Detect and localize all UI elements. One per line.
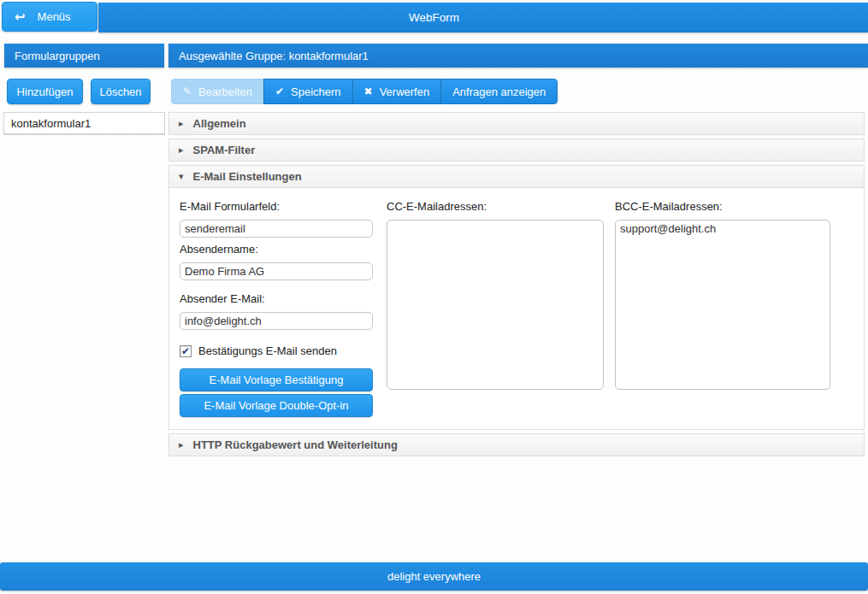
save-button[interactable]: ✔ Speichern xyxy=(263,79,353,104)
edit-button-label: Bearbeiten xyxy=(198,85,252,98)
header-bar xyxy=(98,3,868,32)
webform-app: ↩ Menüs WebForm Formulargruppen Ausgewäh… xyxy=(0,0,868,594)
selected-group-header: Ausgewählte Gruppe: kontakformular1 xyxy=(168,44,868,68)
footer-bar: delight everywhere xyxy=(0,562,868,591)
accordion-label: E-Mail Einstellungen xyxy=(193,170,302,183)
form-field-input[interactable] xyxy=(180,220,373,238)
formgroup-list-item[interactable]: kontakformular1 xyxy=(4,113,164,134)
accordion-label: HTTP Rückgabewert und Weiterleitung xyxy=(193,438,398,451)
cc-textarea[interactable] xyxy=(387,220,604,390)
back-arrow-icon: ↩ xyxy=(15,10,26,23)
chevron-right-icon: ▸ xyxy=(179,145,184,155)
confirmation-checkbox[interactable]: ✔ xyxy=(180,345,192,357)
cc-label: CC-E-Mailadressen: xyxy=(387,200,604,213)
accordion-header-http-rueckgabewert[interactable]: ▸ HTTP Rückgabewert und Weiterleitung xyxy=(168,433,865,456)
bcc-label: BCC-E-Mailadressen: xyxy=(615,200,830,213)
check-icon: ✔ xyxy=(275,86,284,97)
delete-button[interactable]: Löschen xyxy=(91,79,151,104)
toolbar: Hinzufügen Löschen ✎ Bearbeiten ✔ Speich… xyxy=(0,78,868,105)
accordion-label: SPAM-Filter xyxy=(193,144,256,156)
content-area: kontakformular1 ▸ Allgemein ▸ SPAM-Filte… xyxy=(0,112,868,456)
show-requests-button-label: Anfragen anzeigen xyxy=(452,85,546,98)
confirmation-checkbox-label: Bestätigungs E-Mail senden xyxy=(198,344,337,357)
form-field-label: E-Mail Formularfeld: xyxy=(180,200,373,213)
email-template-confirmation-button[interactable]: E-Mail Vorlage Bestätigung xyxy=(180,368,373,391)
x-icon: ✖ xyxy=(364,86,373,97)
sender-email-label: Absender E-Mail: xyxy=(180,292,373,305)
formgroups-panel-header: Formulargruppen xyxy=(4,44,164,68)
chevron-right-icon: ▸ xyxy=(179,440,184,450)
show-requests-button[interactable]: Anfragen anzeigen xyxy=(440,79,558,104)
discard-button-label: Verwerfen xyxy=(380,85,430,98)
pencil-icon: ✎ xyxy=(183,86,192,97)
email-settings-left-column: E-Mail Formularfeld: Absendername: Absen… xyxy=(180,195,373,417)
menus-button-label: Menüs xyxy=(38,10,71,23)
confirmation-checkbox-row: ✔ Bestätigungs E-Mail senden xyxy=(180,344,373,357)
accordion-label: Allgemein xyxy=(193,117,246,130)
add-button[interactable]: Hinzufügen xyxy=(7,79,83,104)
accordion-header-allgemein[interactable]: ▸ Allgemein xyxy=(168,112,865,135)
accordion: ▸ Allgemein ▸ SPAM-Filter ▾ E-Mail Einst… xyxy=(168,112,865,456)
formgroups-list: kontakformular1 xyxy=(3,112,165,135)
accordion-header-email-einstellungen[interactable]: ▾ E-Mail Einstellungen xyxy=(168,165,865,188)
save-button-label: Speichern xyxy=(291,85,341,98)
sub-header: Formulargruppen Ausgewählte Gruppe: kont… xyxy=(0,44,868,68)
edit-button[interactable]: ✎ Bearbeiten xyxy=(171,79,264,104)
email-template-double-optin-button[interactable]: E-Mail Vorlage Double-Opt-in xyxy=(180,394,373,417)
edit-button-group: ✎ Bearbeiten ✔ Speichern ✖ Verwerfen Anf… xyxy=(171,79,558,104)
bcc-textarea[interactable]: support@delight.ch xyxy=(615,220,830,390)
accordion-header-spam-filter[interactable]: ▸ SPAM-Filter xyxy=(168,138,865,162)
email-settings-panel: E-Mail Formularfeld: Absendername: Absen… xyxy=(168,188,865,430)
discard-button[interactable]: ✖ Verwerfen xyxy=(352,79,442,104)
menus-button[interactable]: ↩ Menüs xyxy=(2,2,97,32)
top-bar: ↩ Menüs WebForm xyxy=(0,0,868,34)
cc-column: CC-E-Mailadressen: xyxy=(387,195,604,417)
footer-brand-text: delight everywhere xyxy=(387,570,481,583)
sender-email-input[interactable] xyxy=(180,312,373,330)
chevron-down-icon: ▾ xyxy=(179,172,184,181)
bcc-column: BCC-E-Mailadressen: support@delight.ch xyxy=(615,195,830,417)
chevron-right-icon: ▸ xyxy=(179,119,184,128)
sender-name-input[interactable] xyxy=(180,262,373,280)
sender-name-label: Absendername: xyxy=(180,243,373,256)
